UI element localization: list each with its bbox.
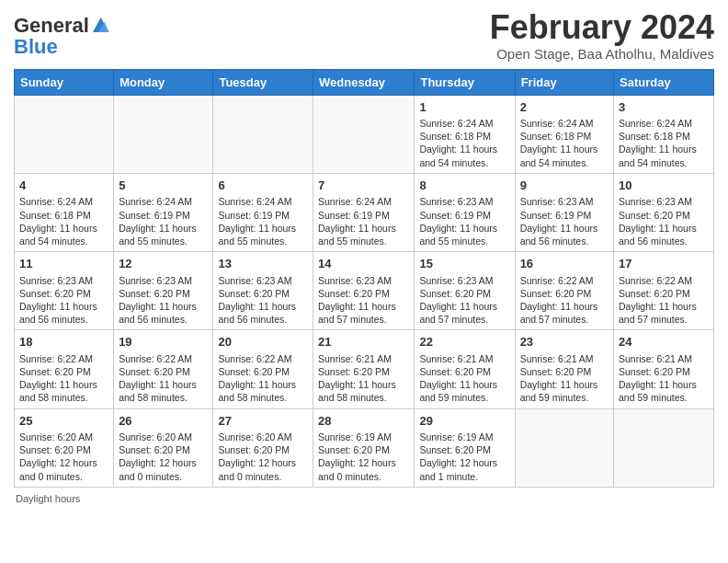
day-number: 13 bbox=[218, 256, 308, 272]
day-number: 27 bbox=[218, 413, 308, 430]
day-number: 17 bbox=[619, 256, 709, 272]
cell-info: Sunrise: 6:24 AM Sunset: 6:19 PM Dayligh… bbox=[119, 195, 208, 247]
calendar-week-row: 25Sunrise: 6:20 AM Sunset: 6:20 PM Dayli… bbox=[15, 408, 714, 487]
day-number: 28 bbox=[318, 413, 409, 430]
cell-info: Sunrise: 6:24 AM Sunset: 6:18 PM Dayligh… bbox=[520, 117, 609, 169]
cell-info: Sunrise: 6:21 AM Sunset: 6:20 PM Dayligh… bbox=[318, 352, 409, 405]
calendar-cell bbox=[213, 95, 313, 173]
calendar-week-row: 18Sunrise: 6:22 AM Sunset: 6:20 PM Dayli… bbox=[15, 330, 714, 408]
calendar-cell: 21Sunrise: 6:21 AM Sunset: 6:20 PM Dayli… bbox=[313, 330, 415, 408]
title-section: February 2024 Open Stage, Baa Atholhu, M… bbox=[490, 9, 714, 62]
calendar-cell: 13Sunrise: 6:23 AM Sunset: 6:20 PM Dayli… bbox=[213, 252, 313, 330]
calendar-cell bbox=[15, 95, 114, 173]
day-number: 3 bbox=[619, 99, 709, 116]
calendar-cell: 1Sunrise: 6:24 AM Sunset: 6:18 PM Daylig… bbox=[415, 95, 515, 173]
day-number: 5 bbox=[119, 178, 208, 194]
calendar-cell bbox=[515, 408, 613, 487]
calendar-header-row: SundayMondayTuesdayWednesdayThursdayFrid… bbox=[15, 69, 714, 95]
day-number: 26 bbox=[119, 413, 208, 430]
cell-info: Sunrise: 6:22 AM Sunset: 6:20 PM Dayligh… bbox=[218, 352, 308, 405]
calendar-cell: 22Sunrise: 6:21 AM Sunset: 6:20 PM Dayli… bbox=[415, 330, 515, 408]
calendar-cell: 12Sunrise: 6:23 AM Sunset: 6:20 PM Dayli… bbox=[114, 252, 213, 330]
logo-general-text: General bbox=[14, 16, 89, 36]
calendar-cell: 25Sunrise: 6:20 AM Sunset: 6:20 PM Dayli… bbox=[15, 408, 114, 487]
calendar-cell: 10Sunrise: 6:23 AM Sunset: 6:20 PM Dayli… bbox=[614, 173, 714, 251]
cell-info: Sunrise: 6:24 AM Sunset: 6:18 PM Dayligh… bbox=[619, 117, 709, 169]
calendar-week-row: 4Sunrise: 6:24 AM Sunset: 6:18 PM Daylig… bbox=[15, 173, 714, 251]
calendar-cell bbox=[313, 95, 415, 173]
subtitle: Open Stage, Baa Atholhu, Maldives bbox=[490, 46, 714, 62]
calendar-day-header: Saturday bbox=[614, 69, 714, 95]
day-number: 9 bbox=[520, 178, 609, 194]
cell-info: Sunrise: 6:21 AM Sunset: 6:20 PM Dayligh… bbox=[520, 352, 609, 405]
day-number: 11 bbox=[19, 256, 108, 272]
calendar-cell bbox=[614, 408, 714, 487]
day-number: 21 bbox=[318, 334, 409, 350]
cell-info: Sunrise: 6:23 AM Sunset: 6:20 PM Dayligh… bbox=[619, 195, 709, 247]
day-number: 29 bbox=[419, 413, 509, 430]
day-number: 6 bbox=[218, 178, 308, 194]
calendar-cell: 23Sunrise: 6:21 AM Sunset: 6:20 PM Dayli… bbox=[515, 330, 613, 408]
calendar-cell: 15Sunrise: 6:23 AM Sunset: 6:20 PM Dayli… bbox=[415, 252, 515, 330]
day-number: 14 bbox=[318, 256, 409, 272]
cell-info: Sunrise: 6:20 AM Sunset: 6:20 PM Dayligh… bbox=[218, 431, 308, 483]
calendar-cell: 9Sunrise: 6:23 AM Sunset: 6:19 PM Daylig… bbox=[515, 173, 613, 251]
calendar-day-header: Thursday bbox=[415, 69, 515, 95]
footer-note: Daylight hours bbox=[14, 493, 714, 504]
calendar-cell: 16Sunrise: 6:22 AM Sunset: 6:20 PM Dayli… bbox=[515, 252, 613, 330]
logo: General Blue bbox=[14, 15, 110, 57]
calendar-cell: 27Sunrise: 6:20 AM Sunset: 6:20 PM Dayli… bbox=[213, 408, 313, 487]
day-number: 7 bbox=[318, 178, 409, 194]
calendar-cell: 29Sunrise: 6:19 AM Sunset: 6:20 PM Dayli… bbox=[415, 408, 515, 487]
cell-info: Sunrise: 6:23 AM Sunset: 6:20 PM Dayligh… bbox=[419, 274, 509, 327]
calendar-cell: 28Sunrise: 6:19 AM Sunset: 6:20 PM Dayli… bbox=[313, 408, 415, 487]
header: General Blue February 2024 Open Stage, B… bbox=[14, 9, 714, 62]
day-number: 4 bbox=[19, 178, 108, 194]
daylight-label: Daylight hours bbox=[16, 493, 80, 504]
logo-blue-text: Blue bbox=[14, 35, 58, 58]
cell-info: Sunrise: 6:22 AM Sunset: 6:20 PM Dayligh… bbox=[520, 274, 609, 327]
calendar-cell: 2Sunrise: 6:24 AM Sunset: 6:18 PM Daylig… bbox=[515, 95, 613, 173]
cell-info: Sunrise: 6:21 AM Sunset: 6:20 PM Dayligh… bbox=[419, 352, 509, 405]
cell-info: Sunrise: 6:24 AM Sunset: 6:19 PM Dayligh… bbox=[318, 195, 409, 247]
day-number: 24 bbox=[619, 334, 709, 350]
cell-info: Sunrise: 6:23 AM Sunset: 6:19 PM Dayligh… bbox=[419, 195, 509, 247]
day-number: 18 bbox=[19, 334, 108, 350]
calendar-cell bbox=[114, 95, 213, 173]
calendar-cell: 4Sunrise: 6:24 AM Sunset: 6:18 PM Daylig… bbox=[15, 173, 114, 251]
cell-info: Sunrise: 6:20 AM Sunset: 6:20 PM Dayligh… bbox=[119, 431, 208, 483]
cell-info: Sunrise: 6:23 AM Sunset: 6:20 PM Dayligh… bbox=[119, 274, 208, 327]
day-number: 23 bbox=[520, 334, 609, 350]
day-number: 2 bbox=[520, 99, 609, 116]
day-number: 16 bbox=[520, 256, 609, 272]
day-number: 8 bbox=[419, 178, 509, 194]
calendar-cell: 17Sunrise: 6:22 AM Sunset: 6:20 PM Dayli… bbox=[614, 252, 714, 330]
cell-info: Sunrise: 6:21 AM Sunset: 6:20 PM Dayligh… bbox=[619, 352, 709, 405]
cell-info: Sunrise: 6:22 AM Sunset: 6:20 PM Dayligh… bbox=[19, 352, 108, 405]
day-number: 25 bbox=[19, 413, 108, 430]
calendar-table: SundayMondayTuesdayWednesdayThursdayFrid… bbox=[14, 69, 714, 488]
day-number: 10 bbox=[619, 178, 709, 194]
calendar-day-header: Monday bbox=[114, 69, 213, 95]
cell-info: Sunrise: 6:20 AM Sunset: 6:20 PM Dayligh… bbox=[19, 431, 108, 483]
calendar-cell: 5Sunrise: 6:24 AM Sunset: 6:19 PM Daylig… bbox=[114, 173, 213, 251]
day-number: 12 bbox=[119, 256, 208, 272]
cell-info: Sunrise: 6:19 AM Sunset: 6:20 PM Dayligh… bbox=[318, 431, 409, 483]
calendar-cell: 14Sunrise: 6:23 AM Sunset: 6:20 PM Dayli… bbox=[313, 252, 415, 330]
logo-icon bbox=[90, 15, 110, 35]
calendar-cell: 18Sunrise: 6:22 AM Sunset: 6:20 PM Dayli… bbox=[15, 330, 114, 408]
day-number: 1 bbox=[419, 99, 509, 116]
day-number: 20 bbox=[218, 334, 308, 350]
calendar-day-header: Wednesday bbox=[313, 69, 415, 95]
cell-info: Sunrise: 6:23 AM Sunset: 6:20 PM Dayligh… bbox=[218, 274, 308, 327]
cell-info: Sunrise: 6:23 AM Sunset: 6:20 PM Dayligh… bbox=[318, 274, 409, 327]
cell-info: Sunrise: 6:24 AM Sunset: 6:19 PM Dayligh… bbox=[218, 195, 308, 247]
day-number: 19 bbox=[119, 334, 208, 350]
calendar-cell: 11Sunrise: 6:23 AM Sunset: 6:20 PM Dayli… bbox=[15, 252, 114, 330]
day-number: 15 bbox=[419, 256, 509, 272]
calendar-cell: 19Sunrise: 6:22 AM Sunset: 6:20 PM Dayli… bbox=[114, 330, 213, 408]
calendar-cell: 26Sunrise: 6:20 AM Sunset: 6:20 PM Dayli… bbox=[114, 408, 213, 487]
cell-info: Sunrise: 6:24 AM Sunset: 6:18 PM Dayligh… bbox=[419, 117, 509, 169]
calendar-cell: 8Sunrise: 6:23 AM Sunset: 6:19 PM Daylig… bbox=[415, 173, 515, 251]
calendar-cell: 7Sunrise: 6:24 AM Sunset: 6:19 PM Daylig… bbox=[313, 173, 415, 251]
